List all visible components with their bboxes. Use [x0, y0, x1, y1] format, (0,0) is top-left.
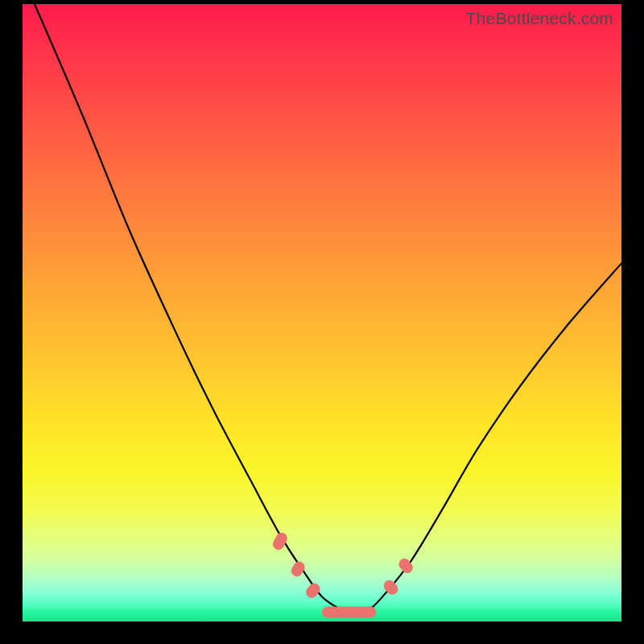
chart-frame: TheBottleneck.com: [0, 0, 644, 644]
left-mark-3: [303, 581, 322, 601]
plot-area: TheBottleneck.com: [23, 4, 621, 621]
right-curve: [352, 263, 621, 615]
left-curve: [35, 4, 352, 615]
left-mark-1: [270, 530, 289, 551]
svg-rect-1: [289, 559, 307, 579]
bottom-flat: [322, 607, 376, 618]
curve-layer: [23, 4, 621, 621]
svg-rect-2: [303, 581, 322, 601]
svg-rect-3: [322, 607, 376, 618]
left-mark-2: [289, 559, 307, 579]
marker-capsules: [270, 530, 415, 617]
svg-rect-0: [270, 530, 289, 551]
